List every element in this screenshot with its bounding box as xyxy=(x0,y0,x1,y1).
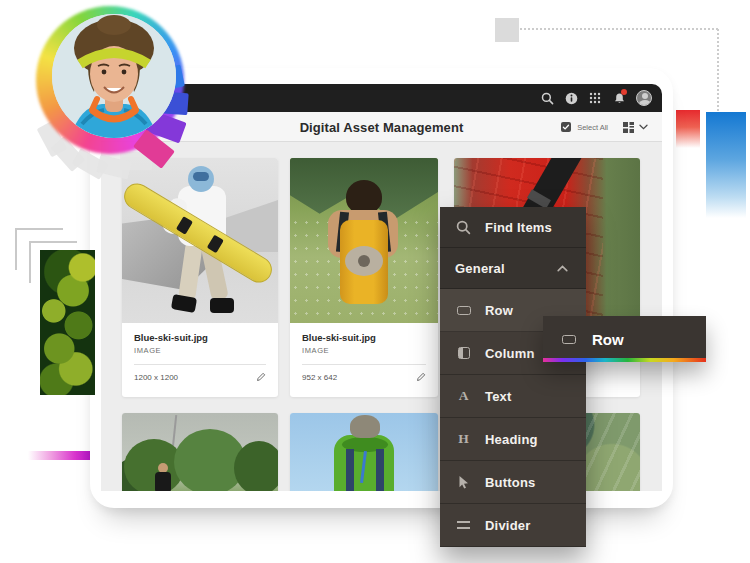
page: Digital Asset Management Select All xyxy=(0,0,750,563)
asset-thumbnail-park xyxy=(122,413,278,491)
user-avatar[interactable] xyxy=(636,90,652,106)
row-icon xyxy=(455,302,472,319)
asset-thumbnail-hiker xyxy=(290,158,438,323)
notification-dot xyxy=(621,89,627,95)
column-icon xyxy=(455,345,472,362)
menu-item-label: Divider xyxy=(485,518,530,533)
asset-card[interactable] xyxy=(122,413,278,491)
help-icon[interactable] xyxy=(564,91,578,105)
menu-item-label: Row xyxy=(485,303,513,318)
card-view-icon xyxy=(622,121,635,134)
asset-type: IMAGE xyxy=(134,346,266,355)
row-flyout[interactable]: Row xyxy=(543,316,706,362)
cursor-icon xyxy=(455,474,472,491)
asset-thumbnail-snowboarder xyxy=(122,158,278,323)
decor-dotted-line-vertical xyxy=(717,29,719,111)
portrait-photo xyxy=(52,14,176,138)
menu-item-heading[interactable]: H Heading xyxy=(440,418,586,461)
menu-item-label: Find Items xyxy=(485,220,552,235)
asset-type: IMAGE xyxy=(302,346,426,355)
asset-card[interactable]: Blue-ski-suit.jpg IMAGE 952 x 642 xyxy=(290,158,438,397)
menu-item-find-items[interactable]: Find Items xyxy=(440,207,586,248)
asset-dimensions: 1200 x 1200 xyxy=(134,373,178,382)
chevron-up-icon xyxy=(554,260,571,277)
apps-grid-icon[interactable] xyxy=(588,91,602,105)
asset-card[interactable]: Blue-ski-suit.jpg IMAGE 1200 x 1200 xyxy=(122,158,278,397)
decor-portrait xyxy=(0,0,210,180)
chevron-down-icon xyxy=(639,124,648,130)
decor-dotted-line-horizontal xyxy=(520,28,718,30)
asset-title: Blue-ski-suit.jpg xyxy=(302,332,426,343)
menu-item-divider[interactable]: Divider xyxy=(440,504,586,547)
menu-item-buttons[interactable]: Buttons xyxy=(440,461,586,504)
text-icon: A xyxy=(455,388,472,405)
select-all-label: Select All xyxy=(577,123,608,132)
asset-thumbnail-green-hoodie xyxy=(290,413,438,491)
menu-item-label: Text xyxy=(485,389,512,404)
heading-icon: H xyxy=(455,431,472,448)
menu-item-label: Column xyxy=(485,346,535,361)
decor-tree-photo xyxy=(40,250,95,395)
select-all-icon xyxy=(560,121,572,133)
decor-gray-square xyxy=(495,18,519,42)
menu-section-label: General xyxy=(455,261,505,276)
decor-red-gradient-bar xyxy=(676,110,700,148)
view-selector[interactable] xyxy=(622,121,648,134)
notifications-bell-icon[interactable] xyxy=(612,91,626,105)
decor-magenta-gradient-bar xyxy=(28,451,95,460)
asset-title: Blue-ski-suit.jpg xyxy=(134,332,266,343)
edit-pencil-icon[interactable] xyxy=(416,372,426,382)
search-icon[interactable] xyxy=(540,91,554,105)
decor-blue-gradient-bar xyxy=(706,112,746,218)
select-all-button[interactable]: Select All xyxy=(560,121,608,133)
search-icon xyxy=(455,219,472,236)
menu-item-label: Buttons xyxy=(485,475,536,490)
menu-item-label: Heading xyxy=(485,432,538,447)
menu-item-text[interactable]: A Text xyxy=(440,375,586,418)
asset-card[interactable] xyxy=(290,413,438,491)
row-icon xyxy=(560,331,577,348)
asset-dimensions: 952 x 642 xyxy=(302,373,337,382)
components-menu: Find Items General Row Column A Text H H… xyxy=(440,207,586,547)
edit-pencil-icon[interactable] xyxy=(256,372,266,382)
divider-icon xyxy=(455,517,472,534)
menu-section-general[interactable]: General xyxy=(440,248,586,289)
flyout-accent-gradient xyxy=(543,358,706,362)
flyout-label: Row xyxy=(592,331,624,348)
